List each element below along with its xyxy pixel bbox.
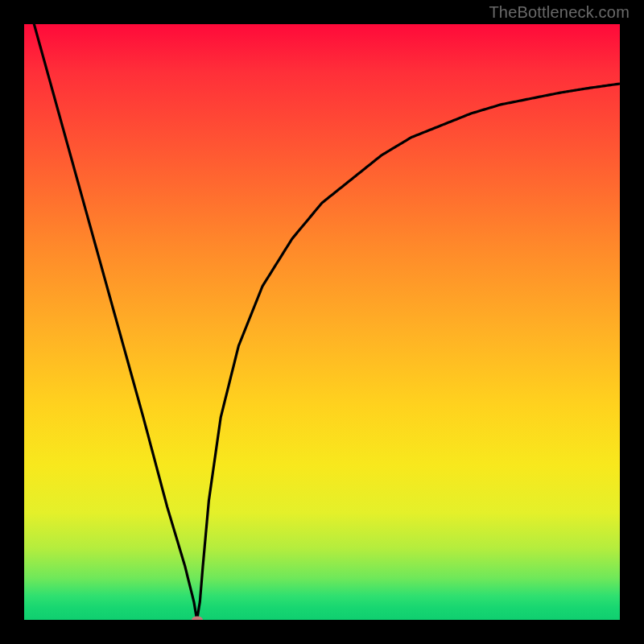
bottleneck-curve (24, 24, 620, 620)
chart-frame: TheBottleneck.com (0, 0, 644, 644)
plot-area (24, 24, 620, 620)
minimum-marker (192, 617, 203, 621)
watermark-text: TheBottleneck.com (489, 3, 630, 22)
